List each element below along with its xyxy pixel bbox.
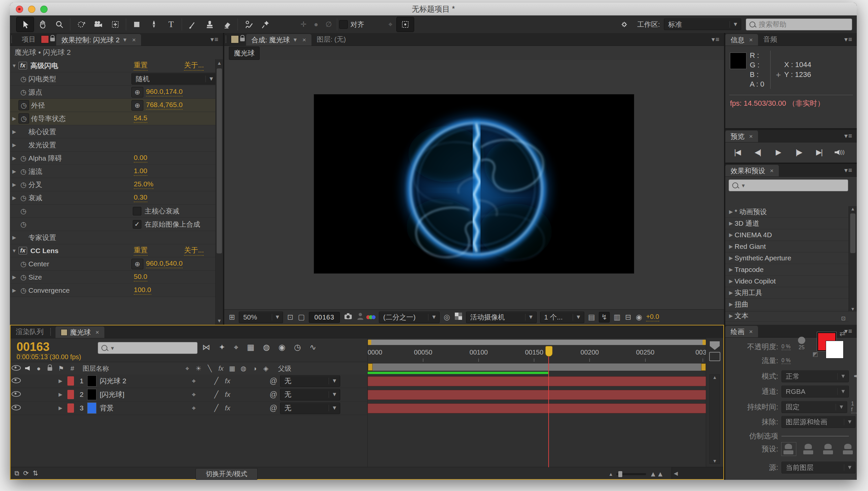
expander-icon[interactable]: ▶ — [727, 232, 735, 238]
list-item[interactable]: ▶CINEMA 4D — [725, 229, 849, 241]
motion-blur-switch-icon[interactable]: ◍ — [238, 365, 249, 372]
tab-effect-controls[interactable]: 效果控制: 闪光球 2▼× — [56, 34, 141, 46]
close-icon[interactable]: × — [749, 133, 753, 140]
horizontal-scrollbar[interactable]: ◀ — [671, 467, 723, 479]
tab-preview[interactable]: 预览× — [725, 131, 758, 142]
stopwatch-icon[interactable]: ◷ — [19, 100, 29, 110]
expander-icon[interactable]: ▶ — [10, 195, 19, 201]
flow-value[interactable]: 0 % — [781, 357, 791, 364]
eye-icon[interactable] — [11, 378, 21, 383]
erase-dropdown[interactable]: 图层源和绘画▼ — [781, 416, 856, 428]
expander-icon[interactable]: ▶ — [10, 169, 19, 174]
help-search-field[interactable] — [746, 19, 852, 30]
index-column-header[interactable]: # — [67, 365, 78, 372]
time-ruler[interactable]: 0000 00050 00100 00150 00200 00250 0030 — [368, 346, 706, 362]
expander-icon[interactable]: ▶ — [727, 301, 735, 307]
motion-blur-icon[interactable]: ◍ — [263, 343, 270, 352]
effect-header-row[interactable]: ▼ fx CC Lens 重置 关于... — [10, 244, 216, 257]
frame-blending-icon[interactable]: ▦ — [247, 343, 255, 352]
new-preset-icon[interactable]: ⊡ — [841, 315, 845, 321]
target-region-icon[interactable]: ◎ — [443, 313, 450, 321]
property-value[interactable]: 0.00 — [134, 154, 147, 163]
clone-stamp-tool[interactable] — [201, 17, 218, 32]
about-link[interactable]: 关于... — [184, 60, 204, 71]
parent-dropdown[interactable]: 无▼ — [280, 389, 340, 401]
brush-tool[interactable] — [184, 17, 201, 32]
zoom-in-mountain-icon[interactable]: ▲▲ — [649, 470, 664, 479]
mode-dropdown[interactable]: 正常▼ — [781, 370, 849, 382]
expander-icon[interactable]: ▶ — [10, 155, 19, 161]
exposure-value[interactable]: +0.0 — [646, 313, 659, 321]
fx-switch-icon[interactable]: fx — [215, 365, 227, 372]
eraser-tool[interactable] — [218, 17, 236, 32]
hide-shy-layers-icon[interactable]: ⌖ — [234, 343, 238, 352]
group-row[interactable]: ▶ 核心设置 — [10, 125, 216, 139]
point-crosshair-icon[interactable]: ⊕ — [131, 259, 143, 269]
collapse-switch-icon[interactable]: ☀ — [193, 365, 204, 372]
eye-icon[interactable] — [11, 391, 21, 397]
tab-project[interactable]: 项目 — [17, 33, 41, 46]
stopwatch-icon[interactable]: ◷ — [19, 168, 28, 175]
layer-row[interactable]: ▶ 2 [闪光球] ⌖ ╱ fx @ 无▼ — [10, 388, 367, 401]
label-column-icon[interactable]: ⚑ — [56, 365, 67, 372]
parent-pickwhip-icon[interactable]: @ — [267, 404, 280, 413]
timeline-track-area[interactable]: 0000 00050 00100 00150 00200 00250 0030 — [368, 338, 706, 467]
view-axis-mode-icon[interactable]: ∅ — [322, 20, 335, 29]
chevron-down-icon[interactable]: ▼ — [122, 37, 127, 43]
zoom-out-mountain-icon[interactable]: ▲ — [609, 471, 613, 477]
expander-icon[interactable]: ▶ — [56, 405, 65, 411]
comp-button-icon[interactable] — [709, 352, 720, 361]
panel-grip[interactable] — [226, 36, 230, 43]
scroll-down-icon[interactable]: ▼ — [849, 306, 857, 312]
reset-exposure-icon[interactable]: ⊟ — [625, 313, 632, 321]
property-value[interactable]: 960.0,174.0 — [146, 88, 183, 96]
shy-switch-icon[interactable]: ⌖ — [188, 404, 200, 412]
exposure-iris-icon[interactable]: ◉ — [635, 313, 643, 321]
timeline-button-icon[interactable]: ▤ — [588, 313, 596, 321]
reset-link[interactable]: 重置 — [134, 60, 148, 71]
snapshot-camera-icon[interactable] — [343, 313, 353, 322]
point-crosshair-icon[interactable]: ⊕ — [131, 87, 143, 97]
quality-switch-icon[interactable]: ╱ — [211, 404, 222, 412]
layer-duration-bar[interactable] — [368, 403, 706, 413]
expander-icon[interactable]: ▶ — [727, 209, 735, 215]
tab-comp-timeline[interactable]: 魔光球× — [56, 326, 104, 338]
play-button[interactable]: ▶ — [769, 146, 787, 159]
puppet-overlap-icon[interactable]: ⌖ — [384, 20, 397, 29]
puppet-pin-tool[interactable] — [257, 17, 274, 32]
auto-keyframe-icon[interactable]: ◷ — [294, 343, 301, 352]
lock-icon[interactable] — [44, 365, 56, 372]
lock-icon[interactable] — [50, 38, 55, 41]
comp-marker-bin-icon[interactable] — [710, 341, 720, 350]
quality-switch-icon[interactable]: ╱ — [211, 391, 222, 399]
property-value[interactable]: 50.0 — [134, 272, 147, 282]
pen-tool[interactable] — [145, 17, 162, 32]
close-icon[interactable]: × — [132, 36, 136, 44]
list-item[interactable]: ▶Video Copilot — [725, 276, 849, 287]
expander-icon[interactable]: ▶ — [10, 287, 19, 293]
fast-previews-icon[interactable]: ↯ — [599, 312, 609, 322]
playhead-line[interactable] — [548, 346, 549, 467]
scroll-left-icon[interactable]: ◀ — [674, 470, 678, 476]
expander-icon[interactable]: ▶ — [56, 392, 65, 398]
expander-icon[interactable]: ▼ — [10, 248, 19, 254]
solo-icon[interactable]: ● — [33, 365, 44, 372]
close-icon[interactable]: × — [749, 328, 753, 336]
fx-switch-icon[interactable]: fx — [222, 391, 233, 399]
shy-switch-icon[interactable]: ⌖ — [188, 391, 200, 399]
layer-duration-track[interactable] — [368, 374, 706, 387]
fx-switch-icon[interactable]: fx — [222, 377, 233, 385]
eyedropper-icon[interactable]: ✒ — [854, 372, 857, 381]
fx-switch-icon[interactable]: fx — [222, 404, 233, 412]
panel-menu-icon[interactable]: ▾≡ — [840, 33, 857, 46]
clone-preset-icon[interactable] — [821, 442, 836, 456]
list-item[interactable]: ▶3D 通道 — [725, 218, 849, 229]
list-item[interactable]: ▶Red Giant — [725, 241, 849, 253]
workspace-gear-icon[interactable] — [617, 17, 634, 32]
composition-frame[interactable] — [314, 94, 634, 273]
expand-layer-switches-icon[interactable]: ⧉ — [14, 469, 19, 477]
tab-render-queue[interactable]: 渲染队列 — [10, 325, 49, 338]
scroll-up-icon[interactable]: ▲ — [849, 206, 857, 211]
help-search-input[interactable] — [758, 20, 848, 29]
view-layout-dropdown[interactable]: 1 个...▼ — [540, 312, 584, 323]
